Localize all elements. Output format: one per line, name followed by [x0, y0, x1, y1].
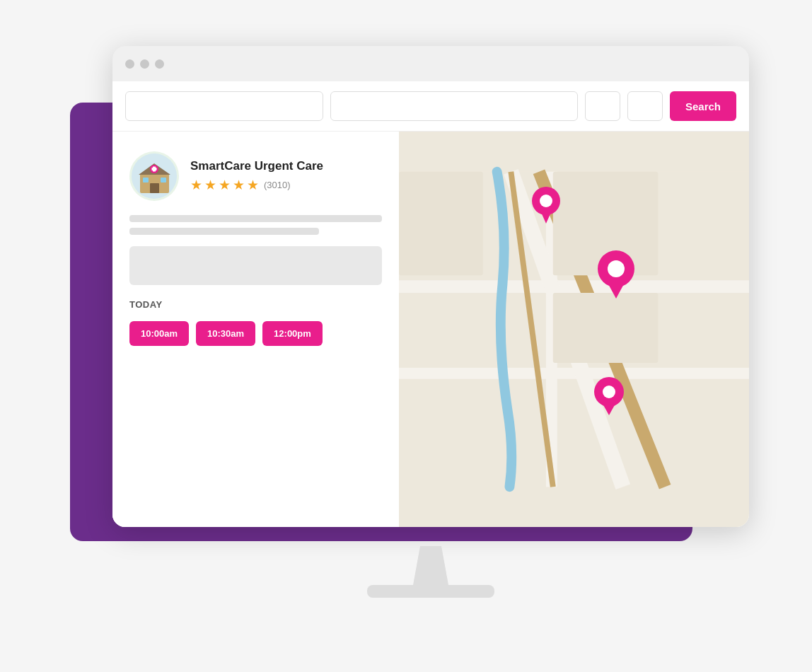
provider-avatar	[129, 151, 179, 201]
search-bar-area: Search	[112, 81, 749, 132]
provider-header: SmartCare Urgent Care ★ ★ ★ ★ ★ (3010)	[129, 151, 382, 201]
listing-panel: SmartCare Urgent Care ★ ★ ★ ★ ★ (3010)	[112, 132, 399, 527]
monitor: Search	[112, 46, 749, 598]
map-pin-3[interactable]	[593, 377, 625, 419]
scene: Search	[70, 46, 742, 626]
traffic-light-maximize[interactable]	[155, 59, 164, 69]
map-pin-1[interactable]	[530, 187, 562, 228]
svg-point-27	[603, 386, 615, 398]
svg-rect-10	[399, 280, 749, 293]
search-input-main[interactable]	[125, 91, 323, 121]
svg-rect-8	[151, 168, 156, 170]
skeleton-lines	[129, 215, 382, 235]
svg-marker-23	[607, 282, 625, 299]
star-4: ★	[233, 177, 245, 193]
search-input-small-1[interactable]	[585, 91, 620, 121]
search-input-small-2[interactable]	[627, 91, 663, 121]
star-5: ★	[247, 177, 259, 193]
building-icon	[132, 153, 178, 199]
map-panel	[399, 132, 749, 527]
search-input-location[interactable]	[330, 91, 578, 121]
time-slot-1030[interactable]: 10:30am	[196, 321, 255, 346]
monitor-screen: Search	[112, 46, 749, 527]
time-slot-1200[interactable]: 12:00pm	[262, 321, 323, 346]
monitor-stand	[367, 546, 494, 598]
svg-rect-17	[553, 293, 659, 363]
review-count: (3010)	[264, 180, 291, 190]
svg-rect-18	[399, 172, 483, 276]
svg-point-21	[540, 195, 552, 207]
time-slot-1000[interactable]: 10:00am	[129, 321, 189, 346]
browser-content: Search	[112, 81, 749, 527]
stand-neck	[413, 546, 448, 585]
browser-chrome	[112, 46, 749, 81]
star-1: ★	[190, 177, 202, 193]
provider-info: SmartCare Urgent Care ★ ★ ★ ★ ★ (3010)	[190, 159, 323, 193]
provider-name: SmartCare Urgent Care	[190, 159, 323, 173]
stand-base	[367, 585, 494, 598]
search-button[interactable]: Search	[670, 91, 736, 121]
skeleton-line-2	[129, 228, 319, 235]
stars-row: ★ ★ ★ ★ ★ (3010)	[190, 177, 323, 193]
svg-rect-5	[161, 178, 166, 183]
star-2: ★	[204, 177, 216, 193]
svg-point-24	[608, 260, 625, 277]
skeleton-block	[129, 246, 382, 285]
svg-marker-26	[602, 402, 616, 415]
traffic-light-minimize[interactable]	[140, 59, 149, 69]
svg-rect-3	[150, 183, 159, 193]
today-label: TODAY	[129, 299, 382, 310]
svg-marker-20	[540, 211, 552, 224]
star-3: ★	[219, 177, 231, 193]
time-slots: 10:00am 10:30am 12:00pm	[129, 321, 382, 346]
main-content: SmartCare Urgent Care ★ ★ ★ ★ ★ (3010)	[112, 132, 749, 527]
svg-rect-4	[143, 178, 149, 183]
skeleton-line-1	[129, 215, 382, 222]
traffic-light-close[interactable]	[125, 59, 134, 69]
map-background	[399, 132, 749, 527]
map-pin-2[interactable]	[596, 250, 637, 303]
